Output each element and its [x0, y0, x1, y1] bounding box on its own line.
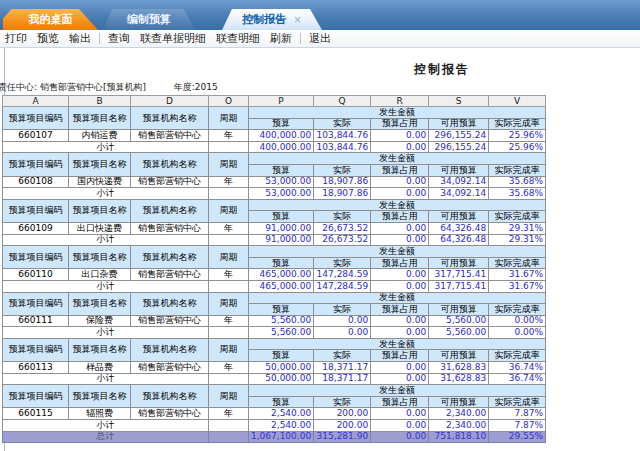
actual-cell[interactable]: 26,673.52 [314, 222, 371, 234]
period-cell[interactable] [209, 234, 249, 246]
occupied-cell[interactable]: 0.00 [371, 222, 429, 234]
subtotal-available-cell[interactable]: 5,560.00 [429, 327, 489, 339]
org-name-cell[interactable]: 销售部营销中心 [131, 222, 209, 234]
query-button[interactable]: 查询 [103, 30, 135, 47]
preview-button[interactable]: 预览 [32, 30, 64, 47]
occupied-cell[interactable]: 0.00 [371, 176, 429, 188]
actual-cell[interactable]: 200.00 [314, 408, 371, 420]
subtotal-completion-cell[interactable]: 29.31% [489, 234, 546, 246]
period-cell[interactable]: 年 [209, 315, 249, 327]
completion-cell[interactable]: 25.96% [489, 130, 546, 142]
subtotal-budget-cell[interactable]: 2,540.00 [249, 420, 314, 432]
completion-cell[interactable]: 7.87% [489, 408, 546, 420]
subtotal-label-cell[interactable]: 小计 [3, 280, 209, 292]
subtotal-budget-cell[interactable]: 91,000.00 [249, 234, 314, 246]
available-cell[interactable]: 317,715.41 [429, 269, 489, 281]
subtotal-occupied-cell[interactable]: 0.00 [371, 327, 429, 339]
subtotal-available-cell[interactable]: 31,628.83 [429, 373, 489, 385]
actual-cell[interactable]: 103,844.76 [314, 130, 371, 142]
period-cell[interactable] [209, 373, 249, 385]
available-cell[interactable]: 34,092.14 [429, 176, 489, 188]
subtotal-label-cell[interactable]: 小计 [3, 373, 209, 385]
occupied-cell[interactable]: 0.00 [371, 362, 429, 374]
subtotal-completion-cell[interactable]: 31.67% [489, 280, 546, 292]
available-cell[interactable]: 2,340.00 [429, 408, 489, 420]
subtotal-completion-cell[interactable]: 25.96% [489, 141, 546, 153]
subtotal-available-cell[interactable]: 64,326.48 [429, 234, 489, 246]
occupied-cell[interactable]: 0.00 [371, 315, 429, 327]
link-doc-detail-button[interactable]: 联查单据明细 [135, 30, 211, 47]
subtotal-completion-cell[interactable]: 35.68% [489, 188, 546, 200]
period-cell[interactable]: 年 [209, 130, 249, 142]
total-label-cell[interactable]: 总计 [3, 431, 209, 443]
total-available-cell[interactable]: 751,818.10 [429, 431, 489, 443]
period-cell[interactable]: 年 [209, 408, 249, 420]
budget-cell[interactable]: 53,000.00 [249, 176, 314, 188]
subtotal-available-cell[interactable]: 2,340.00 [429, 420, 489, 432]
tab-my-desktop[interactable]: 我的桌面 [3, 9, 98, 30]
tab-control-report[interactable]: 控制报告× [222, 9, 322, 30]
subtotal-completion-cell[interactable]: 0.00% [489, 327, 546, 339]
period-cell[interactable] [209, 420, 249, 432]
period-cell[interactable] [209, 431, 249, 443]
subtotal-occupied-cell[interactable]: 0.00 [371, 234, 429, 246]
available-cell[interactable]: 64,326.48 [429, 222, 489, 234]
subtotal-budget-cell[interactable]: 5,560.00 [249, 327, 314, 339]
budget-cell[interactable]: 2,540.00 [249, 408, 314, 420]
org-name-cell[interactable]: 销售部营销中心 [131, 130, 209, 142]
period-cell[interactable] [209, 280, 249, 292]
subtotal-actual-cell[interactable]: 147,284.59 [314, 280, 371, 292]
org-name-cell[interactable]: 销售部营销中心 [131, 176, 209, 188]
subtotal-budget-cell[interactable]: 53,000.00 [249, 188, 314, 200]
output-button[interactable]: 输出 [64, 30, 96, 47]
subtotal-budget-cell[interactable]: 50,000.00 [249, 373, 314, 385]
subtotal-label-cell[interactable]: 小计 [3, 327, 209, 339]
budget-item-code-cell[interactable]: 660108 [3, 176, 69, 188]
subtotal-actual-cell[interactable]: 0.00 [314, 327, 371, 339]
subtotal-label-cell[interactable]: 小计 [3, 234, 209, 246]
budget-cell[interactable]: 91,000.00 [249, 222, 314, 234]
close-icon[interactable]: × [293, 14, 301, 25]
subtotal-available-cell[interactable]: 34,092.14 [429, 188, 489, 200]
org-name-cell[interactable]: 销售部营销中心 [131, 269, 209, 281]
subtotal-occupied-cell[interactable]: 0.00 [371, 141, 429, 153]
budget-item-name-cell[interactable]: 保险费 [69, 315, 131, 327]
period-cell[interactable]: 年 [209, 176, 249, 188]
subtotal-budget-cell[interactable]: 465,000.00 [249, 280, 314, 292]
subtotal-actual-cell[interactable]: 103,844.76 [314, 141, 371, 153]
budget-item-name-cell[interactable]: 内销运费 [69, 130, 131, 142]
available-cell[interactable]: 31,628.83 [429, 362, 489, 374]
actual-cell[interactable]: 147,284.59 [314, 269, 371, 281]
subtotal-label-cell[interactable]: 小计 [3, 188, 209, 200]
budget-cell[interactable]: 465,000.00 [249, 269, 314, 281]
subtotal-occupied-cell[interactable]: 0.00 [371, 373, 429, 385]
actual-cell[interactable]: 18,371.17 [314, 362, 371, 374]
budget-cell[interactable]: 5,560.00 [249, 315, 314, 327]
period-cell[interactable]: 年 [209, 269, 249, 281]
total-completion-cell[interactable]: 29.55% [489, 431, 546, 443]
completion-cell[interactable]: 36.74% [489, 362, 546, 374]
subtotal-label-cell[interactable]: 小计 [3, 141, 209, 153]
period-cell[interactable]: 年 [209, 222, 249, 234]
budget-cell[interactable]: 50,000.00 [249, 362, 314, 374]
total-occupied-cell[interactable]: 0.00 [371, 431, 429, 443]
budget-item-code-cell[interactable]: 660110 [3, 269, 69, 281]
completion-cell[interactable]: 0.00% [489, 315, 546, 327]
completion-cell[interactable]: 35.68% [489, 176, 546, 188]
subtotal-budget-cell[interactable]: 400,000.00 [249, 141, 314, 153]
print-button[interactable]: 打印 [0, 30, 32, 47]
subtotal-completion-cell[interactable]: 7.87% [489, 420, 546, 432]
exit-button[interactable]: 退出 [304, 30, 336, 47]
total-actual-cell[interactable]: 315,281.90 [314, 431, 371, 443]
budget-item-name-cell[interactable]: 样品费 [69, 362, 131, 374]
period-cell[interactable] [209, 141, 249, 153]
available-cell[interactable]: 296,155.24 [429, 130, 489, 142]
budget-cell[interactable]: 400,000.00 [249, 130, 314, 142]
link-detail-button[interactable]: 联查明细 [211, 30, 265, 47]
occupied-cell[interactable]: 0.00 [371, 130, 429, 142]
budget-item-name-cell[interactable]: 国内快递费 [69, 176, 131, 188]
period-cell[interactable]: 年 [209, 362, 249, 374]
budget-item-code-cell[interactable]: 660107 [3, 130, 69, 142]
subtotal-actual-cell[interactable]: 26,673.52 [314, 234, 371, 246]
actual-cell[interactable]: 18,907.86 [314, 176, 371, 188]
